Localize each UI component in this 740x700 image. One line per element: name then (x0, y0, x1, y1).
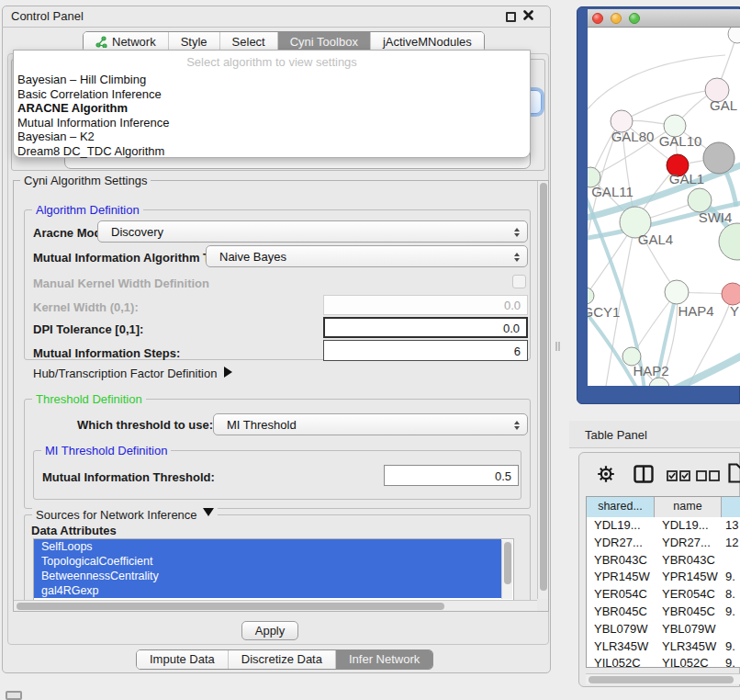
network-canvas[interactable]: GALGAL80GAL10GAL1GAL11SWI4GAL4GCY1HAP4YH… (588, 28, 740, 386)
attribute-item[interactable]: SelfLoops (34, 539, 501, 554)
tab-discretize-data[interactable]: Discretize Data (228, 650, 335, 669)
scrollbar-thumb[interactable] (589, 676, 734, 683)
tab-cyni-toolbox[interactable]: Cyni Toolbox (277, 32, 370, 51)
table-cell[interactable]: YDL19... (655, 517, 722, 535)
table-cell[interactable]: YIL052C (655, 655, 722, 668)
mi-steps-field[interactable]: 6 (323, 340, 528, 361)
table-cell[interactable]: 12 (722, 535, 740, 552)
collapse-down-icon[interactable] (203, 508, 214, 522)
dpi-tolerance-field[interactable]: 0.0 (323, 317, 528, 338)
unchecked-rows-icon[interactable] (696, 469, 720, 485)
table-row[interactable]: YBR043CYBR043C (587, 552, 740, 570)
table-cell[interactable] (722, 621, 740, 638)
tab-select[interactable]: Select (219, 32, 277, 51)
tab-network[interactable]: Network (84, 32, 168, 51)
table-cell[interactable]: YBR045C (587, 604, 655, 621)
table-row[interactable]: YER054CYER054C8. (587, 586, 740, 604)
table-cell[interactable]: YPR145W (587, 569, 655, 586)
table-cell[interactable]: YPR145W (655, 569, 722, 586)
network-node[interactable] (719, 223, 740, 260)
table-cell[interactable]: 9. (722, 569, 740, 586)
collapsed-panel-icon[interactable] (6, 691, 22, 700)
mi-threshold-field[interactable]: 0.5 (384, 465, 519, 486)
network-edge[interactable] (672, 354, 740, 386)
table-row[interactable]: YPR145WYPR145W9. (587, 569, 740, 586)
tab-jactivemnodules[interactable]: jActiveMNodules (370, 32, 484, 51)
table-row[interactable]: YDL19...YDL19...13 (587, 517, 740, 535)
mac-minimize-button[interactable] (611, 13, 622, 24)
table-cell[interactable]: YDR27... (587, 535, 655, 552)
table-cell[interactable]: YER054C (655, 586, 722, 604)
close-icon[interactable] (523, 8, 536, 23)
table-cell[interactable]: 9. (722, 655, 740, 668)
table-cell[interactable]: 9. (722, 604, 740, 621)
float-window-icon[interactable] (506, 12, 516, 22)
attribute-item[interactable]: BetweennessCentrality (34, 569, 501, 583)
table-cell[interactable]: YBR045C (655, 604, 722, 621)
table-row[interactable]: YDR27...YDR27...12 (587, 535, 740, 552)
table-cell[interactable]: YBR043C (655, 552, 722, 570)
split-pane-icon[interactable] (633, 465, 654, 487)
settings-vertical-scrollbar[interactable] (537, 181, 548, 599)
apply-button[interactable]: Apply (241, 621, 298, 640)
table-row[interactable]: YLR345WYLR345W9. (587, 638, 740, 656)
table-cell[interactable]: YBL079W (587, 621, 655, 638)
network-node-y[interactable] (722, 283, 740, 305)
algorithm-option[interactable]: Bayesian – Hill Climbing (14, 73, 530, 87)
table-cell[interactable]: YLR345W (587, 638, 655, 656)
sources-title-row[interactable]: Sources for Network Inference (32, 508, 218, 522)
document-icon[interactable] (728, 463, 740, 487)
algorithm-option[interactable]: Basic Correlation Inference (14, 87, 530, 102)
settings-horizontal-scrollbar[interactable] (14, 600, 537, 611)
attribute-item[interactable]: gal4RGexp (34, 583, 501, 598)
network-edge[interactable] (588, 55, 725, 115)
algorithm-option[interactable]: Mutual Information Inference (14, 116, 530, 130)
table-cell[interactable] (722, 552, 740, 570)
scrollbar-thumb[interactable] (17, 603, 444, 610)
column-header[interactable]: name (655, 497, 722, 517)
tab-infer-network[interactable]: Infer Network (335, 650, 432, 669)
mac-zoom-button[interactable] (629, 13, 640, 24)
table-cell[interactable]: 9. (722, 638, 740, 656)
tab-impute-data[interactable]: Impute Data (137, 650, 228, 669)
table-cell[interactable]: YIL052C (587, 655, 655, 668)
table-row[interactable]: YBL079WYBL079W (587, 621, 740, 638)
list-vertical-scrollbar[interactable] (501, 540, 512, 599)
scrollbar-thumb[interactable] (540, 183, 547, 591)
table-row[interactable]: YIL052CYIL052C9. (587, 655, 740, 668)
network-node[interactable] (728, 28, 740, 43)
network-node-hap4[interactable] (665, 280, 689, 304)
aracne-mode-select[interactable]: Discovery (97, 220, 528, 243)
mi-algorithm-type-select[interactable]: Naive Bayes (206, 245, 528, 267)
data-attributes-list[interactable]: SelfLoopsTopologicalCoefficientBetweenne… (33, 538, 514, 601)
checked-rows-icon[interactable] (667, 469, 690, 485)
table-cell[interactable]: YDR27... (655, 535, 722, 552)
table-cell[interactable]: 13 (722, 517, 740, 535)
table-cell[interactable]: YDL19... (587, 517, 655, 535)
network-node[interactable] (703, 142, 734, 174)
mac-close-button[interactable] (592, 13, 603, 24)
table-row[interactable]: YBR045CYBR045C9. (587, 604, 740, 621)
expand-right-icon[interactable] (224, 367, 238, 378)
hub-definition-toggle[interactable]: Hub/Transcription Factor Definition (33, 367, 238, 380)
which-threshold-select[interactable]: MI Threshold (213, 413, 528, 435)
column-header[interactable]: A (722, 497, 740, 517)
manual-kernel-checkbox[interactable] (512, 275, 526, 288)
tab-style[interactable]: Style (168, 32, 219, 51)
kernel-width-field[interactable]: 0.0 (323, 295, 528, 315)
table-cell[interactable]: YBL079W (655, 621, 722, 638)
column-header[interactable]: shared... (587, 497, 655, 517)
network-node-gcy1[interactable] (588, 288, 594, 304)
gear-icon[interactable] (597, 465, 615, 487)
table-horizontal-scrollbar[interactable] (586, 673, 740, 684)
table-cell[interactable]: YBR043C (587, 552, 655, 570)
algorithm-option[interactable]: ARACNE Algorithm (14, 101, 530, 116)
panel-splitter-handle[interactable] (555, 342, 560, 351)
algorithm-option[interactable]: Dream8 DC_TDC Algorithm (14, 144, 530, 159)
scrollbar-thumb[interactable] (504, 542, 511, 584)
table-cell[interactable]: YLR345W (655, 638, 722, 656)
table-cell[interactable]: YER054C (587, 586, 655, 604)
algorithm-option[interactable]: Bayesian – K2 (14, 130, 530, 144)
table-cell[interactable]: 8. (722, 586, 740, 604)
attribute-item[interactable]: TopologicalCoefficient (34, 554, 501, 569)
